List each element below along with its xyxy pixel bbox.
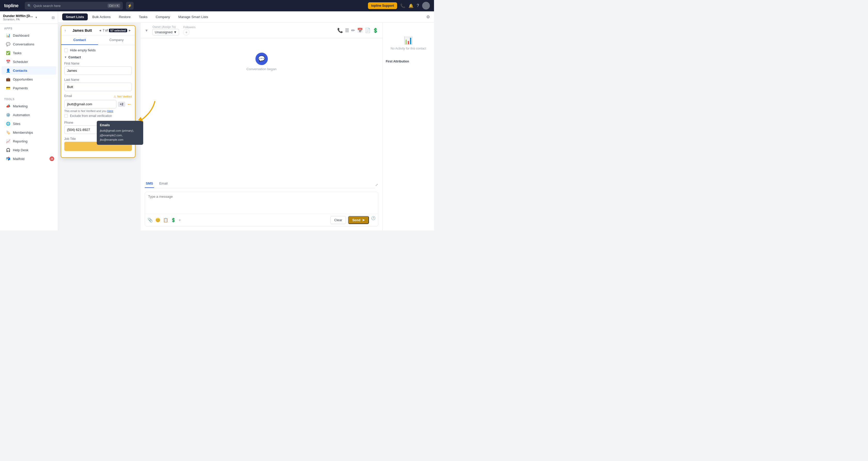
sidebar-item-contacts[interactable]: 👤 Contacts (2, 66, 56, 74)
edit-contact-icon[interactable]: ✏ (351, 28, 355, 33)
tab-bulk-actions[interactable]: Bulk Actions (89, 13, 114, 21)
attachment-icon[interactable]: 📎 (148, 218, 153, 222)
tools-section-label: Tools (0, 94, 58, 102)
list-icon[interactable]: ☰ (345, 28, 349, 33)
sidebar-toggle-icon[interactable]: ⊟ (52, 16, 55, 20)
exclude-checkbox[interactable] (64, 114, 68, 118)
dashboard-icon: 📊 (6, 33, 10, 37)
email-field: Email ⚠ Not Verified +2 ← Thi (64, 94, 132, 118)
dollar-msg-icon[interactable]: 💲 (171, 218, 176, 222)
add-follower-button[interactable]: + (183, 29, 189, 35)
notification-icon[interactable]: 🔔 (408, 3, 414, 8)
sidebar-item-payments[interactable]: 💳 Payments (2, 84, 56, 92)
section-title: Contact (68, 55, 81, 59)
help-icon[interactable]: ? (417, 3, 419, 8)
message-tabs: SMS Email (145, 179, 375, 188)
phone-icon[interactable]: 📞 (400, 3, 405, 8)
contact-main: ▼ Owner (Assign To) Unassigned ▼ Followe… (141, 23, 382, 230)
exclude-label: Exclude from email verification (70, 114, 112, 118)
contact-section-header: ▼ Contact (64, 55, 132, 59)
lightning-button[interactable]: ⚡ (126, 2, 134, 9)
search-shortcut: Ctrl + K (107, 4, 120, 8)
not-verified-badge: ⚠ Not Verified (114, 95, 132, 98)
dollar-icon[interactable]: 💲 (373, 28, 378, 33)
tab-contact[interactable]: Contact (61, 35, 98, 45)
hide-empty-checkbox[interactable] (64, 49, 68, 52)
lightning-icon: ⚡ (127, 4, 132, 8)
sidebar-item-automation[interactable]: ⚙️ Automation (2, 111, 56, 119)
workspace-chevron-icon[interactable]: ▼ (35, 16, 38, 19)
sites-icon: 🌐 (6, 122, 10, 126)
email-count-badge[interactable]: +2 (118, 102, 125, 107)
tab-company[interactable]: Company (98, 35, 135, 45)
sidebar-item-label: Marketing (13, 104, 28, 108)
owner-select[interactable]: Unassigned ▼ (153, 29, 179, 35)
smart-lists-button[interactable]: Smart Lists (62, 13, 88, 21)
emoji-icon[interactable]: 😊 (155, 218, 160, 222)
sidebar-item-opportunities[interactable]: 💼 Opportunities (2, 75, 56, 83)
mailfold-icon: 📬 (6, 157, 10, 161)
sidebar-item-tasks[interactable]: ✅ Tasks (2, 49, 56, 57)
first-attribution-label: First Attribution (386, 60, 431, 63)
email-label: Email (64, 94, 72, 98)
message-input-wrapper: 📎 😊 📋 💲 + Clear Send ➤ (145, 192, 378, 226)
no-activity-section: 📊 No Activity for this contact (386, 26, 431, 56)
warning-circle-icon: ⚠ (114, 95, 116, 98)
schedule-icon[interactable]: 🕐 (371, 216, 375, 224)
send-icon: ➤ (362, 218, 365, 222)
opportunities-icon: 💼 (6, 77, 10, 81)
sidebar-item-dashboard[interactable]: 📊 Dashboard (2, 31, 56, 39)
tasks-icon: ✅ (6, 51, 10, 55)
counter-next[interactable]: ► (128, 29, 131, 32)
sidebar-item-sites[interactable]: 🌐 Sites (2, 120, 56, 128)
tab-manage-smart-lists[interactable]: Manage Smart Lists (175, 13, 212, 21)
expand-icon[interactable]: ▼ (145, 28, 148, 33)
tab-email[interactable]: Email (158, 179, 169, 188)
section-chevron-icon[interactable]: ▼ (64, 56, 67, 59)
support-button[interactable]: topline Support (368, 2, 397, 9)
right-sidebar: 📊 No Activity for this contact First Att… (382, 23, 434, 230)
owner-section: Owner (Assign To) Unassigned ▼ (153, 25, 179, 35)
sidebar-item-label: Conversations (13, 42, 34, 46)
tab-sms[interactable]: SMS (145, 179, 154, 188)
clear-button[interactable]: Clear (330, 216, 346, 224)
calendar-icon[interactable]: 📅 (357, 28, 363, 33)
sidebar-item-scheduler[interactable]: 📅 Scheduler (2, 58, 56, 66)
sidebar-item-marketing[interactable]: 📣 Marketing (2, 102, 56, 110)
last-name-input[interactable] (64, 83, 132, 91)
message-textarea[interactable] (145, 192, 378, 213)
tab-restore[interactable]: Restore (115, 13, 134, 21)
sidebar-item-memberships[interactable]: 🏷️ Memberships (2, 128, 56, 136)
document-icon[interactable]: 📄 (365, 28, 371, 33)
sidebar-item-helpdesk[interactable]: 🎧 Help Desk (2, 146, 56, 154)
here-link[interactable]: Here (107, 110, 113, 113)
sidebar: Dunder Mifflin [D... Scranton, PA ▼ ⊟ Ap… (0, 11, 58, 230)
counter-prev[interactable]: ◄ (99, 29, 102, 32)
sidebar-item-mailfold[interactable]: 📬 Mailfold 25 (2, 155, 56, 163)
sidebar-item-label: Dashboard (13, 34, 29, 37)
message-toolbar: 📎 😊 📋 💲 + Clear Send ➤ (145, 214, 378, 226)
panel-back-button[interactable]: ‹ (65, 29, 66, 32)
expand-message-icon[interactable]: ⤢ (375, 183, 378, 187)
avatar[interactable] (422, 2, 430, 9)
followers-section: Followers + (183, 26, 195, 35)
conversations-icon: 💬 (6, 42, 10, 46)
conversation-label: Conversation began (246, 67, 276, 71)
tab-tasks[interactable]: Tasks (135, 13, 151, 21)
template-icon[interactable]: 📋 (163, 218, 168, 222)
sidebar-item-conversations[interactable]: 💬 Conversations (2, 40, 56, 48)
owner-chevron-icon: ▼ (174, 30, 177, 34)
email-warning-text: This email is Not Verified and you Here (64, 110, 132, 113)
tab-company[interactable]: Company (152, 13, 174, 21)
first-name-input[interactable] (64, 66, 132, 75)
settings-icon[interactable]: ⚙ (426, 14, 430, 19)
plus-icon[interactable]: + (179, 218, 181, 222)
secondary-navigation: Smart Lists Bulk Actions Restore Tasks C… (58, 11, 434, 23)
conversation-area: 💬 Conversation began SMS Email ⤢ (141, 38, 382, 230)
hide-empty-row: Hide empty fields (64, 48, 132, 52)
email-input[interactable] (64, 100, 116, 109)
sidebar-item-reporting[interactable]: 📈 Reporting (2, 137, 56, 145)
send-button[interactable]: Send ➤ (348, 216, 369, 224)
call-icon[interactable]: 📞 (337, 28, 343, 33)
search-bar[interactable]: 🔍 Quick search here Ctrl + K (25, 2, 123, 9)
